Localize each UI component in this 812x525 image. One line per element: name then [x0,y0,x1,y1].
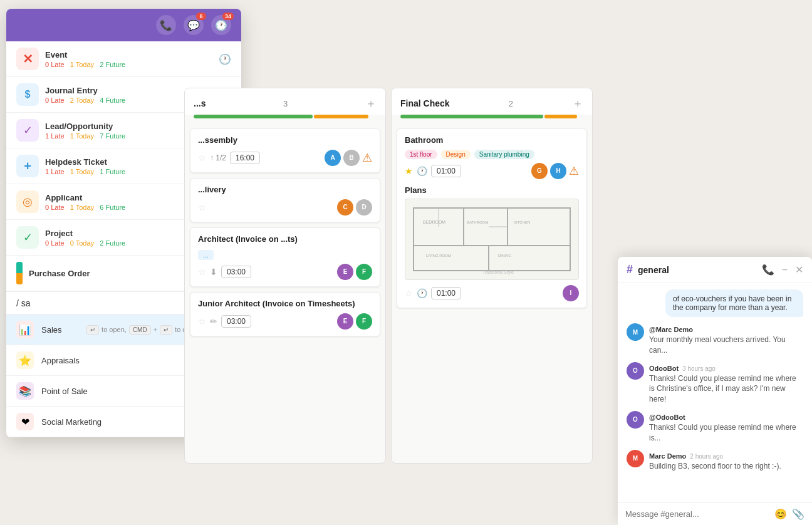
chat-hash-icon: # [627,263,633,276]
event-name: Event [45,50,212,60]
plus-sep: + [154,326,157,333]
kanban-card-bathroom[interactable]: Bathroom 1st floor Design Sanitary plumb… [397,128,587,308]
activity-item-event[interactable]: ✕ Event 0 Late 1 Today 2 Future 🕐 [6,41,241,77]
chat-input[interactable] [625,509,769,519]
kanban-card-assembly[interactable]: ...ssembly ☆ ↑ 1/2 16:00 A B ⚠ [190,128,380,173]
event-stats: 0 Late 1 Today 2 Future [45,61,212,68]
col2-cards: Bathroom 1st floor Design Sanitary plumb… [392,125,592,463]
tag-plumbing: Sanitary plumbing [474,150,534,159]
emoji-icon[interactable]: 😊 [774,508,787,520]
avatar: F [356,264,372,280]
chat-icon[interactable]: 💬 6 [184,15,204,35]
lead-icon: ✓ [16,119,39,142]
kanban-card-architect[interactable]: Architect (Invoice on ...ts) ... ☆ ⬇ 03:… [190,227,380,287]
card-bathroom-title: Bathroom [405,135,579,146]
svg-rect-0 [414,208,570,271]
card-delivery-bottom: ☆ C D [198,199,372,216]
attachment-icon[interactable]: 📎 [792,508,804,520]
col2-progress-green [400,115,543,118]
floor-plan-label: Plans [405,185,579,195]
chat-messages: of eco-vouchers if you have been in the … [618,283,812,502]
avatar: E [337,264,353,280]
chat-msg-marc2: M Marc Demo2 hours ago Building B3, seco… [627,450,803,472]
chat-title: general [638,265,754,275]
kanban-card-delivery[interactable]: ...livery ☆ C D [190,178,380,222]
event-info: Event 0 Late 1 Today 2 Future [45,50,212,68]
col2-title: Final Check [400,98,450,108]
card-bottom2-actions: ☆ 🕐 01:00 [405,287,461,299]
time-badge: 01:00 [431,165,461,177]
phone-icon[interactable]: 📞 [156,15,176,35]
svg-text:LIVING ROOM: LIVING ROOM [426,254,451,257]
svg-text:KITCHEN: KITCHEN [514,221,530,224]
card-bathroom-bottom2: ☆ 🕐 01:00 I [405,285,579,301]
card-assembly-title: ...ssembly [198,135,372,146]
close-icon[interactable]: ✕ [795,264,803,276]
enter-key: ↵ [86,325,99,335]
star-icon[interactable]: ☆ [405,288,413,298]
svg-rect-3 [508,208,570,246]
sales-app-icon: 📊 [16,321,34,338]
clock-icon2: 🕐 [417,288,427,298]
card-architect-avatars: E F [337,264,372,280]
avatar: H [550,163,566,179]
time-badge2: 01:00 [431,287,461,299]
floor-plan-section: Plans [405,185,579,280]
avatar: I [563,285,579,301]
marc-avatar: M [627,323,644,341]
col1-title: ...s [194,98,206,108]
minimize-icon[interactable]: − [782,264,788,276]
star-icon[interactable]: ☆ [198,316,206,326]
chat-odoobot2-content: @OdooBot Thanks! Could you please remind… [649,411,803,444]
star-icon[interactable]: ☆ [198,153,206,163]
kanban-col-1: ...s 3 ＋ ...ssembly ☆ ↑ 1/2 16:00 A [184,88,386,464]
clock-icon[interactable]: 🕐 34 [211,15,231,35]
avatar: C [337,199,353,216]
col1-progress [194,115,377,118]
edit-icon[interactable]: ✏ [210,316,217,326]
event-icon: ✕ [16,48,39,70]
star-icon[interactable]: ★ [405,166,413,176]
phone-call-icon[interactable]: 📞 [762,264,774,276]
appraisals-icon: ⭐ [16,351,34,369]
project-icon: ✓ [16,226,39,249]
card-bathroom-avatars: G H ⚠ [531,163,579,179]
chat-msg-marc1: M @Marc Demo Your monthly meal vouchers … [627,323,803,356]
kanban-col2-header: Final Check 2 ＋ [392,88,592,115]
kanban-board: ...s 3 ＋ ...ssembly ☆ ↑ 1/2 16:00 A [182,88,595,464]
card-bottom2-avatars: I [563,285,579,301]
col1-add-button[interactable]: ＋ [365,96,377,111]
svg-text:BATHROOM: BATHROOM [467,221,488,224]
clock-icon: 🕐 [417,166,427,176]
kanban-col-2: Final Check 2 ＋ Bathroom 1st floor Desig… [391,88,593,464]
svg-text:BEDROOM: BEDROOM [423,220,445,224]
card-bathroom-actions: ★ 🕐 01:00 [405,165,461,177]
enter-key2: ↵ [160,325,172,335]
avatar: D [356,199,372,216]
col2-add-button[interactable]: ＋ [572,96,583,111]
avatar: E [337,313,353,330]
clock-badge: 34 [222,13,234,20]
card-assembly-bottom: ☆ ↑ 1/2 16:00 A B ⚠ [198,150,372,166]
svg-rect-5 [489,246,570,271]
card-junior-avatars: E F [337,313,372,330]
avatar: B [343,150,360,166]
download-icon[interactable]: ⬇ [210,267,217,277]
odoobot-avatar: O [627,362,644,380]
chat-header: # general 📞 − ✕ [618,257,812,283]
star-icon[interactable]: ☆ [198,202,206,212]
avatar: A [325,150,341,166]
card-delivery-actions: ☆ [198,202,206,212]
time-badge: 03:00 [221,315,251,328]
card-delivery-title: ...livery [198,185,372,195]
chat-bubble-1: of eco-vouchers if you have been in the … [665,289,803,317]
kanban-card-junior[interactable]: Junior Architect (Invoice on Timesheets)… [190,292,380,336]
alert-icon: ⚠ [569,164,579,178]
chat-panel: # general 📞 − ✕ of eco-vouchers if you h… [618,257,812,525]
col1-count: 3 [283,99,288,108]
purchase-icon [16,262,23,284]
card-junior-title: Junior Architect (Invoice on Timesheets) [198,299,372,309]
card-junior-bottom: ☆ ✏ 03:00 E F [198,313,372,330]
tag-design: Design [441,150,471,159]
star-icon[interactable]: ☆ [198,267,206,277]
